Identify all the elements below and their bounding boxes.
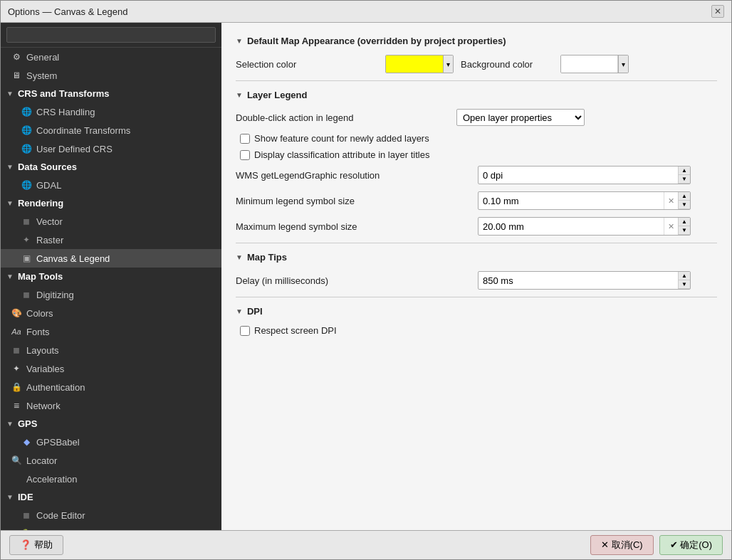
sidebar-item-label: CRS Handling [36, 107, 95, 117]
sidebar-item-gdal[interactable]: 🌐 GDAL [1, 176, 221, 194]
sidebar-item-map-tools[interactable]: ▼ Map Tools [1, 268, 221, 285]
min-symbol-clear-icon[interactable]: ✕ [664, 192, 678, 209]
sidebar-item-colors[interactable]: 🎨 Colors [1, 304, 221, 322]
delay-input[interactable] [479, 275, 678, 286]
max-symbol-clear-icon[interactable]: ✕ [664, 218, 678, 235]
selection-color-button[interactable]: ▾ [385, 55, 454, 73]
collapse-triangle-icon[interactable]: ▼ [236, 307, 243, 315]
min-symbol-up[interactable]: ▲ [679, 192, 690, 201]
show-feature-count-checkbox[interactable] [240, 134, 250, 144]
sidebar-item-label: Authentication [26, 382, 85, 393]
chevron-down-icon: ▼ [6, 420, 14, 428]
sidebar-item-code-editor[interactable]: ◼ Code Editor [1, 506, 221, 524]
sidebar-item-label: Acceleration [26, 474, 78, 485]
sidebar-item-fonts[interactable]: Aa Fonts [1, 322, 221, 341]
fonts-icon: Aa [11, 326, 22, 337]
display-classification-checkbox[interactable] [240, 150, 250, 160]
sidebar-item-label: Map Tools [18, 271, 63, 282]
min-symbol-input[interactable] [479, 196, 664, 206]
coord-transforms-icon: 🌐 [21, 125, 32, 136]
sidebar-item-system[interactable]: 🖥 System [1, 66, 221, 85]
collapse-triangle-icon[interactable]: ▼ [236, 37, 243, 45]
wms-resolution-up[interactable]: ▲ [679, 167, 690, 175]
general-icon: ⚙ [11, 51, 22, 63]
max-symbol-up[interactable]: ▲ [679, 218, 690, 226]
section-layer-legend-header: ▼ Layer Legend [236, 90, 717, 100]
section-map-appearance-title: Default Map Appearance (overridden by pr… [247, 36, 506, 46]
sidebar-item-label: System [26, 70, 57, 81]
wms-resolution-input[interactable] [479, 170, 678, 181]
sidebar-item-vector[interactable]: ◼ Vector [1, 212, 221, 231]
bottom-left-area: ❓ 帮助 [9, 535, 63, 555]
wms-resolution-spinners: ▲ ▼ [678, 167, 690, 184]
sidebar-item-coord-transforms[interactable]: 🌐 Coordinate Transforms [1, 121, 221, 139]
sidebar-item-gps[interactable]: ▼ GPS [1, 415, 221, 433]
sidebar-item-python-console[interactable]: 🐍 Python Console [1, 524, 221, 530]
show-feature-count-row: Show feature count for newly added layer… [240, 133, 717, 144]
max-symbol-label: Maximum legend symbol size [236, 221, 478, 232]
sidebar-item-layouts[interactable]: ◼ Layouts [1, 341, 221, 359]
selection-color-dropdown-icon[interactable]: ▾ [443, 56, 453, 73]
sidebar-item-label: User Defined CRS [36, 144, 113, 154]
raster-icon: ✦ [21, 234, 32, 245]
close-button[interactable]: ✕ [711, 5, 724, 18]
sidebar-item-authentication[interactable]: 🔒 Authentication [1, 378, 221, 396]
sidebar-item-gpsbabel[interactable]: ◆ GPSBabel [1, 433, 221, 451]
sidebar-item-crs-transforms[interactable]: ▼ CRS and Transforms [1, 85, 221, 102]
delay-label: Delay (in milliseconds) [236, 275, 478, 286]
gdal-icon: 🌐 [21, 179, 32, 191]
sidebar-item-user-defined-crs[interactable]: 🌐 User Defined CRS [1, 139, 221, 158]
section-dpi-title: DPI [247, 306, 263, 317]
delay-down[interactable]: ▼ [679, 280, 690, 289]
display-classification-label: Display classification attribute in laye… [254, 149, 429, 160]
sidebar-item-label: Data Sources [18, 162, 77, 172]
sidebar-item-crs-handling[interactable]: 🌐 CRS Handling [1, 102, 221, 121]
sidebar-item-label: Vector [36, 216, 63, 227]
double-click-select[interactable]: Open layer properties Open attribute tab… [456, 109, 585, 126]
display-classification-row: Display classification attribute in laye… [240, 149, 717, 160]
ok-button[interactable]: ✔ 确定(O) [659, 535, 723, 555]
title-bar: Options — Canvas & Legend ✕ [1, 1, 731, 23]
sidebar-item-raster[interactable]: ✦ Raster [1, 231, 221, 249]
selection-color-row: Selection color ▾ Background color ▾ [236, 55, 717, 73]
delay-up[interactable]: ▲ [679, 272, 690, 280]
background-color-dropdown-icon[interactable]: ▾ [618, 56, 628, 73]
sidebar-item-general[interactable]: ⚙ General [1, 48, 221, 66]
wms-resolution-down[interactable]: ▼ [679, 175, 690, 184]
sidebar-item-network[interactable]: ≡ Network [1, 396, 221, 415]
vector-icon: ◼ [21, 216, 32, 227]
sidebar-item-digitizing[interactable]: ◼ Digitizing [1, 285, 221, 304]
respect-screen-dpi-checkbox[interactable] [240, 326, 250, 336]
network-icon: ≡ [11, 400, 22, 411]
min-symbol-label: Minimum legend symbol size [236, 196, 478, 206]
sidebar-item-label: Raster [36, 235, 63, 245]
sidebar-item-data-sources[interactable]: ▼ Data Sources [1, 158, 221, 176]
sidebar-item-label: Network [26, 401, 61, 411]
colors-icon: 🎨 [11, 307, 22, 319]
selection-color-swatch [386, 56, 443, 73]
min-symbol-down[interactable]: ▼ [679, 201, 690, 209]
chevron-down-icon: ▼ [6, 199, 14, 207]
background-color-button[interactable]: ▾ [560, 55, 629, 73]
sidebar-item-locator[interactable]: 🔍 Locator [1, 451, 221, 470]
collapse-triangle-icon[interactable]: ▼ [236, 253, 243, 261]
sidebar-item-acceleration[interactable]: Acceleration [1, 470, 221, 488]
sidebar-item-label: Rendering [18, 198, 63, 208]
chevron-down-icon: ▼ [6, 493, 14, 501]
sidebar-item-ide[interactable]: ▼ IDE [1, 488, 221, 506]
help-button[interactable]: ❓ 帮助 [9, 535, 63, 555]
wms-resolution-row: WMS getLegendGraphic resolution ▲ ▼ [236, 166, 717, 184]
sidebar-item-rendering[interactable]: ▼ Rendering [1, 194, 221, 212]
cancel-button[interactable]: ✕ 取消(C) [590, 535, 654, 555]
collapse-triangle-icon[interactable]: ▼ [236, 91, 243, 99]
sidebar-item-label: GDAL [36, 180, 61, 191]
sidebar-item-variables[interactable]: ✦ Variables [1, 359, 221, 378]
sidebar-item-label: Coordinate Transforms [36, 125, 130, 136]
max-symbol-down[interactable]: ▼ [679, 226, 690, 235]
max-symbol-input-wrap: ✕ ▲ ▼ [478, 217, 691, 236]
search-input[interactable] [6, 27, 216, 43]
locator-icon: 🔍 [11, 455, 22, 466]
sidebar-item-label: Digitizing [36, 290, 74, 300]
max-symbol-input[interactable] [479, 221, 664, 232]
sidebar-item-canvas-legend[interactable]: ▣ Canvas & Legend [1, 249, 221, 268]
